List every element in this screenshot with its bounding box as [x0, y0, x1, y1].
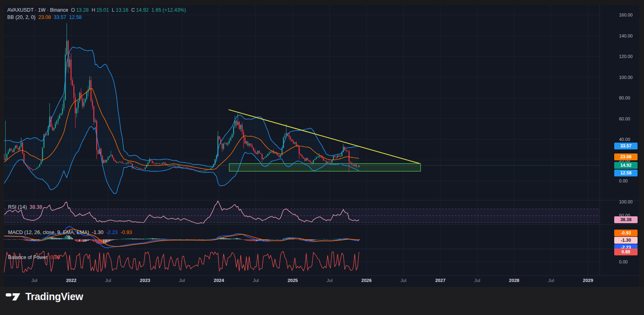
main-pane [4, 23, 600, 194]
open-value: 13.28 [76, 7, 89, 13]
close-label: C [131, 7, 135, 13]
tradingview-logo-icon [6, 292, 22, 302]
symbol-title[interactable]: AVAXUSDT · 1W · Binance [7, 7, 68, 13]
rsi-legend[interactable]: RSI (14) 38.38 [8, 203, 42, 211]
macd-title[interactable]: MACD (12, 26, close, 9, EMA, EMA) [8, 230, 89, 235]
bb-basis-value: 23.08 [38, 15, 51, 20]
macd-signal-value: -0.93 [120, 230, 132, 235]
rsi-pane [4, 201, 600, 224]
macd-hist-value: -1.30 [92, 230, 103, 235]
rsi-title[interactable]: RSI (14) [8, 204, 27, 210]
bb-title[interactable]: BB (20, 2, 0) [7, 15, 35, 20]
price-axis[interactable] [600, 5, 639, 276]
chart-canvas[interactable] [0, 0, 644, 315]
footer-bar [0, 287, 644, 315]
time-axis[interactable] [4, 276, 639, 287]
high-value: 15.01 [96, 7, 109, 13]
rsi-value: 38.38 [30, 204, 42, 210]
bop-title[interactable]: Balance of Power [8, 255, 47, 260]
low-label: L [112, 7, 115, 13]
bb-legend-row[interactable]: BB (20, 2, 0) 23.08 33.57 12.58 [7, 14, 186, 21]
window-frame-right [639, 5, 644, 287]
tradingview-logo-link[interactable]: TradingView [6, 291, 83, 303]
bb-upper-value: 33.57 [54, 15, 66, 20]
bop-value: 0.89 [50, 255, 60, 260]
main-legend: AVAXUSDT · 1W · Binance O 13.28 H 15.01 … [7, 6, 186, 21]
macd-line-value: -2.23 [106, 230, 118, 235]
bb-lower-value: 12.58 [69, 15, 82, 20]
close-value: 14.92 [136, 7, 149, 13]
symbol-legend-row[interactable]: AVAXUSDT · 1W · Binance O 13.28 H 15.01 … [7, 6, 186, 14]
tradingview-brand-text: TradingView [25, 291, 83, 303]
tradingview-chart-window: AVAXUSDT · 1W · Binance O 13.28 H 15.01 … [0, 0, 644, 315]
open-label: O [71, 7, 75, 13]
low-value: 13.16 [116, 7, 128, 13]
window-frame-left [0, 5, 4, 287]
change-value: 1.65 (+12.43%) [151, 7, 186, 13]
macd-legend[interactable]: MACD (12, 26, close, 9, EMA, EMA) -1.30 … [8, 229, 132, 236]
bop-legend[interactable]: Balance of Power 0.89 [8, 254, 60, 261]
window-frame-top [0, 0, 644, 5]
high-label: H [91, 7, 95, 13]
